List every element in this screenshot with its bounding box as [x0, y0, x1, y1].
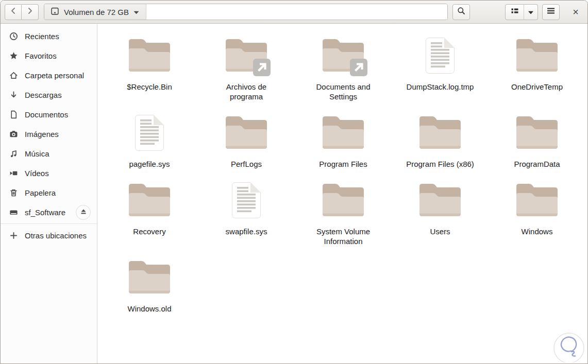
search-button[interactable] [452, 4, 470, 20]
clock-icon [9, 32, 18, 41]
grid-item-label: Windows.old [127, 304, 171, 314]
grid-item[interactable]: PerfLogs [198, 115, 295, 169]
sidebar-item-label: Descargas [25, 91, 62, 99]
grid-item-label: Windows [522, 227, 553, 236]
forward-button[interactable] [22, 4, 39, 20]
solvetic-bulb-logo [550, 327, 586, 363]
grid-item-label: pagefile.sys [129, 159, 170, 169]
grid-item-label: System Volume Information [306, 227, 381, 246]
folder-icon [516, 182, 558, 219]
home-icon [9, 71, 18, 80]
chevron-down-icon [528, 7, 534, 16]
location-button[interactable]: Volumen de 72 GB [44, 4, 146, 20]
folder-icon [323, 38, 364, 75]
folder-icon [129, 182, 170, 219]
toolbar: Volumen de 72 GB [1, 1, 587, 24]
file-icon [426, 38, 455, 75]
close-button[interactable]: × [568, 4, 583, 20]
grid-item[interactable]: Recovery [101, 182, 198, 246]
camera-icon [9, 130, 18, 138]
sidebar-separator [1, 223, 97, 224]
folder-icon [226, 115, 267, 152]
sidebar-item-imagenes[interactable]: Imágenes [1, 124, 97, 144]
sidebar: Recientes Favoritos Carpeta personal [1, 24, 97, 363]
sidebar-item-label: Recientes [25, 32, 59, 41]
list-view-icon [511, 7, 519, 17]
menu-button[interactable] [542, 4, 560, 20]
grid-item-label: Archivos de programa [209, 82, 284, 101]
grid-item-label: $Recycle.Bin [127, 82, 172, 92]
grid-item[interactable]: swapfile.sys [198, 182, 295, 246]
folder-icon [419, 115, 461, 152]
grid-item-label: Program Files [319, 159, 367, 169]
folder-icon [323, 115, 364, 152]
search-icon [457, 7, 465, 17]
sidebar-item-videos[interactable]: Vídeos [1, 163, 97, 183]
sidebar-item-documentos[interactable]: Documentos [1, 105, 97, 124]
grid-item[interactable]: Users [392, 182, 489, 246]
grid-item-label: Recovery [133, 227, 165, 236]
folder-icon [323, 182, 364, 219]
document-icon [9, 110, 18, 119]
video-icon [9, 169, 18, 178]
sidebar-item-label: Carpeta personal [25, 71, 84, 80]
sidebar-item-otras-ubicaciones[interactable]: Otras ubicaciones [1, 226, 97, 245]
folder-icon [129, 259, 170, 297]
grid-item[interactable]: $Recycle.Bin [101, 38, 198, 101]
folder-icon [129, 38, 170, 75]
view-toggle-group [505, 4, 538, 20]
chevron-right-icon [26, 7, 33, 16]
file-grid: $Recycle.Bin Archivos de programa Docume… [97, 24, 587, 314]
location-label: Volumen de 72 GB [64, 8, 129, 16]
grid-item[interactable]: Program Files [295, 115, 392, 169]
sidebar-item-sf-software[interactable]: sf_Software [1, 202, 97, 222]
grid-item-label: PerfLogs [231, 159, 262, 169]
nav-button-group [5, 4, 39, 20]
location-entry[interactable] [146, 4, 447, 20]
sidebar-item-recientes[interactable]: Recientes [1, 26, 97, 46]
grid-item-label: Program Files (x86) [406, 159, 474, 169]
sidebar-item-label: Documentos [25, 110, 68, 119]
grid-item-label: DumpStack.log.tmp [407, 82, 474, 92]
shortcut-emblem-icon [350, 59, 367, 78]
view-options-button[interactable] [524, 4, 538, 20]
file-icon [135, 115, 164, 152]
chevron-down-icon [133, 7, 139, 16]
grid-item[interactable]: OneDriveTemp [489, 38, 585, 101]
grid-item[interactable]: Archivos de programa [198, 38, 295, 101]
grid-item[interactable]: Program Files (x86) [392, 115, 489, 169]
grid-item[interactable]: Documents and Settings [295, 38, 392, 101]
chevron-left-icon [10, 7, 17, 16]
file-icon [232, 182, 261, 219]
sidebar-item-papelera[interactable]: Papelera [1, 183, 97, 202]
grid-item[interactable]: System Volume Information [295, 182, 392, 246]
folder-icon [516, 38, 558, 75]
star-icon [9, 51, 18, 60]
sidebar-item-label: sf_Software [25, 208, 65, 217]
sidebar-item-label: Vídeos [25, 169, 49, 178]
shortcut-emblem-icon [253, 59, 271, 78]
folder-icon [516, 115, 558, 152]
folder-icon [419, 182, 461, 219]
trash-icon [9, 188, 18, 197]
grid-item[interactable]: Windows.old [101, 259, 198, 314]
sidebar-item-descargas[interactable]: Descargas [1, 85, 97, 105]
grid-item[interactable]: DumpStack.log.tmp [392, 38, 489, 101]
back-button[interactable] [5, 4, 22, 20]
sidebar-item-musica[interactable]: Música [1, 144, 97, 163]
eject-button[interactable] [76, 205, 91, 220]
grid-item[interactable]: ProgramData [489, 115, 585, 169]
sidebar-item-carpeta-personal[interactable]: Carpeta personal [1, 65, 97, 85]
folder-icon [226, 38, 267, 75]
sidebar-item-favoritos[interactable]: Favoritos [1, 46, 97, 65]
grid-item[interactable]: pagefile.sys [101, 115, 198, 169]
grid-item[interactable]: Windows [489, 182, 585, 246]
sidebar-item-label: Favoritos [25, 51, 57, 60]
sidebar-item-label: Imágenes [25, 130, 59, 138]
grid-item-label: swapfile.sys [226, 227, 267, 236]
view-toggle-button[interactable] [505, 4, 524, 20]
eject-icon [80, 208, 87, 217]
plus-icon [9, 231, 18, 240]
sidebar-item-label: Otras ubicaciones [25, 231, 87, 240]
path-bar: Volumen de 72 GB [44, 4, 448, 20]
